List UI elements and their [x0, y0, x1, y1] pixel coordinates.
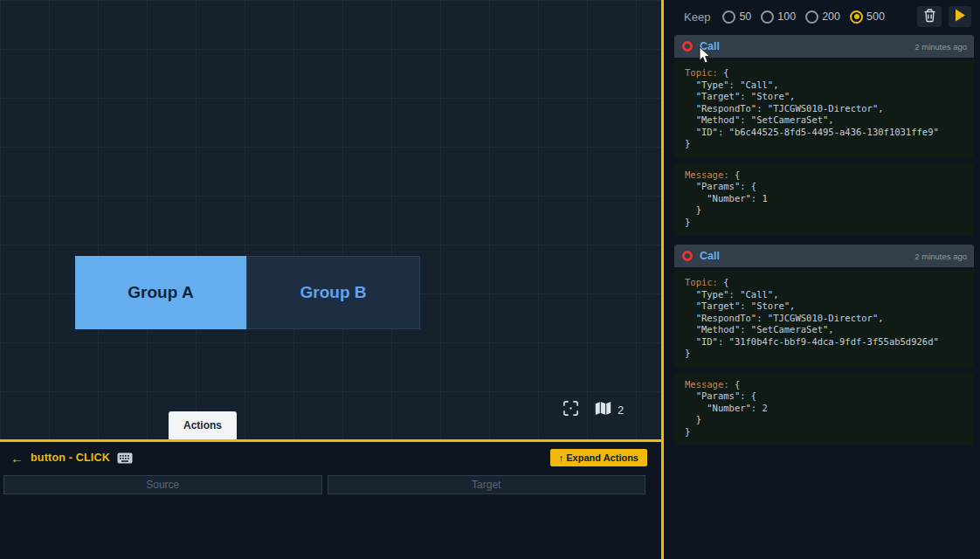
target-input[interactable] [328, 475, 646, 494]
radio-icon [805, 10, 818, 24]
topic-code-block: Topic: { "Type": "Call", "Target": "Stor… [674, 61, 974, 158]
map-icon [595, 401, 611, 418]
actions-panel-header: ← button - CLICK ↑ Expand Actions [0, 442, 661, 470]
play-icon [955, 9, 966, 24]
message-card-header[interactable]: Call 2 minutes ago [674, 35, 974, 58]
keep-option-label: 100 [777, 10, 796, 23]
keep-option-200[interactable]: 200 [805, 10, 840, 24]
actions-panel: ← button - CLICK ↑ Expand Actions [0, 442, 661, 559]
play-button[interactable] [949, 6, 971, 27]
group-b-button[interactable]: Group B [246, 256, 420, 329]
clear-messages-button[interactable] [917, 6, 942, 27]
group-a-button[interactable]: Group A [75, 256, 246, 329]
actions-tab[interactable]: Actions [169, 411, 237, 439]
source-input[interactable] [3, 475, 322, 494]
source-target-row [0, 470, 661, 494]
canvas-border-bottom [0, 439, 664, 442]
topic-label: Topic: [685, 277, 718, 287]
topic-body: { "Type": "Call", "Target": "Store", "Re… [685, 277, 939, 358]
fit-view-button[interactable] [562, 400, 579, 419]
keep-option-label: 500 [866, 10, 885, 23]
keep-option-label: 200 [822, 10, 840, 23]
keep-label: Keep [684, 10, 710, 24]
stage-canvas[interactable]: Group A Group B Actions 2 [0, 0, 661, 439]
topic-code-block: Topic: { "Type": "Call", "Target": "Stor… [674, 271, 974, 368]
canvas-toolbar: 2 [562, 400, 624, 419]
topic-body: { "Type": "Call", "Target": "Store", "Re… [685, 67, 939, 148]
message-list: Call 2 minutes ago Topic: { "Type": "Cal… [664, 33, 980, 445]
map-count: 2 [618, 404, 624, 417]
message-card-header[interactable]: Call 2 minutes ago [674, 245, 974, 267]
keep-toolbar: Keep 50 100 200 500 [664, 0, 980, 33]
radio-icon [761, 10, 774, 24]
expand-actions-button[interactable]: ↑ Expand Actions [550, 449, 647, 466]
message-type-label: Call [700, 40, 720, 52]
status-dot-icon [682, 41, 693, 52]
fit-view-icon [562, 400, 579, 419]
keep-option-500[interactable]: 500 [850, 10, 885, 24]
message-label: Message: [685, 379, 729, 390]
message-timestamp: 2 minutes ago [914, 252, 967, 261]
keyboard-icon [117, 452, 133, 464]
message-card: Call 2 minutes ago Topic: { "Type": "Cal… [674, 35, 974, 236]
message-code-block: Message: { "Params": { "Number": 1 } } [674, 163, 974, 237]
status-dot-icon [682, 251, 693, 261]
canvas-border-right [661, 0, 664, 559]
radio-icon [850, 10, 863, 24]
message-card-body: Topic: { "Type": "Call", "Target": "Stor… [674, 58, 974, 236]
message-code-block: Message: { "Params": { "Number": 2 } } [674, 373, 974, 446]
message-log-panel: Keep 50 100 200 500 [664, 0, 980, 559]
topic-label: Topic: [685, 67, 718, 78]
message-label: Message: [685, 169, 729, 180]
keep-option-label: 50 [739, 10, 751, 23]
keep-option-100[interactable]: 100 [761, 10, 796, 24]
radio-icon [722, 10, 735, 24]
message-card: Call 2 minutes ago Topic: { "Type": "Cal… [674, 245, 974, 445]
message-card-body: Topic: { "Type": "Call", "Target": "Stor… [674, 267, 974, 445]
keep-option-50[interactable]: 50 [722, 10, 751, 24]
back-button[interactable]: ← [10, 452, 24, 465]
action-title: button - CLICK [31, 452, 110, 464]
trash-icon [923, 9, 936, 25]
map-toggle-button[interactable]: 2 [595, 401, 624, 418]
message-timestamp: 2 minutes ago [914, 42, 967, 52]
message-type-label: Call [700, 250, 720, 262]
